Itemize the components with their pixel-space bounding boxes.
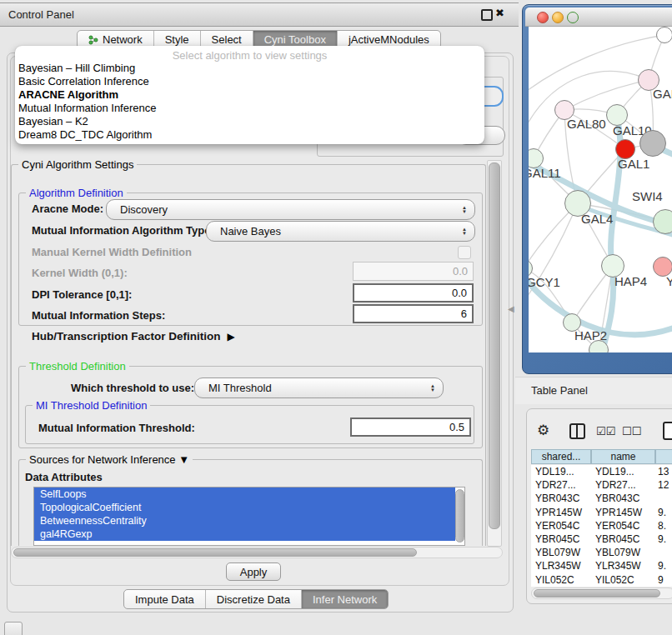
table-row[interactable]: YBR045CYBR045C9. [531,532,672,546]
bottom-tab-strip: Impute DataDiscretize DataInfer Network [123,589,389,609]
screen: Control Panel ✖ NetworkStyleSelectCyni T… [0,0,672,635]
mi-threshold-field[interactable]: 0.5 [350,418,471,437]
kernel-width-label: Kernel Width (0,1): [32,267,128,279]
algorithm-definition-title: Algorithm Definition [26,187,127,199]
network-node[interactable] [656,27,672,43]
network-node-swi4[interactable] [653,209,672,234]
float-window-icon[interactable] [481,9,493,21]
kernel-width-field[interactable]: 0.0 [353,262,474,281]
mi-algorithm-type-combobox[interactable]: Naive Bayes ▲▼ [206,221,475,242]
select-all-icon[interactable]: ☑☑ [596,425,615,438]
network-canvas[interactable]: GALGAL80GAL10GAL1GAL11SWI4GAL4GCY1HAP4YH… [529,27,672,352]
close-icon[interactable]: ✖ [495,7,504,19]
zoom-traffic-light[interactable] [567,12,579,23]
table-cell: 8. [655,520,672,532]
which-threshold-combobox[interactable]: MI Threshold ▲▼ [194,378,444,398]
attribute-item-gal4rgexp[interactable]: gal4RGexp [34,528,455,541]
table-cell: 9. [655,533,672,545]
network-icon [88,35,98,45]
mi-steps-field[interactable]: 6 [353,304,474,323]
apply-button[interactable]: Apply [226,562,281,581]
column-header-clipped[interactable] [655,449,672,464]
tab-label: Impute Data [135,593,194,606]
data-attributes-label: Data Attributes [25,471,103,483]
node-label: GAL [653,87,672,101]
table-row[interactable]: YBL079WYBL079W [531,546,672,559]
column-header-name[interactable]: name [591,449,655,464]
node-label: Y [666,274,672,288]
attributes-scrollbar-thumb[interactable] [455,489,464,542]
gear-icon[interactable]: ⚙ [537,422,549,439]
aracne-mode-combobox[interactable]: Discovery ▲▼ [106,199,475,220]
close-traffic-light[interactable] [537,12,549,23]
node-label: HAP4 [614,274,647,288]
attribute-item-selfloops[interactable]: SelfLoops [34,488,455,501]
minimize-traffic-light[interactable] [552,12,564,23]
table-row[interactable]: YDR27...YDR27...12 [531,478,672,492]
attribute-item-topologicalcoefficient[interactable]: TopologicalCoefficient [34,501,455,514]
table-cell: YBR043C [591,492,655,504]
table-cell: YBL079W [591,547,655,558]
manual-kernel-width-checkbox[interactable] [458,246,471,259]
table-cell: YPR145W [531,507,591,518]
network-window-titlebar[interactable] [525,8,672,27]
node-label: SWI4 [632,189,663,203]
which-threshold-value: MI Threshold [195,382,272,394]
table-row[interactable]: YLR345WYLR345W9. [531,559,672,572]
deselect-all-icon[interactable]: ☐☐ [622,425,641,438]
table-row[interactable]: YBR043CYBR043C [531,492,672,505]
mi-threshold-label: Mutual Information Threshold: [38,422,195,434]
algorithm-option-basic-correlation-inference[interactable]: Basic Correlation Inference [18,75,156,88]
table-cell: YIL052C [531,574,591,586]
column-header-shared[interactable]: shared... [531,449,591,464]
network-node[interactable] [639,130,666,157]
tab-discretize-data[interactable]: Discretize Data [206,590,302,608]
table-panel-title: Table Panel [531,384,588,397]
algorithm-option-bayesian-hill-climbing[interactable]: Bayesian – Hill Climbing [18,62,156,75]
data-attributes-list[interactable]: SelfLoopsTopologicalCoefficientBetweenne… [33,487,465,546]
spinner-arrows-icon: ▲▼ [462,206,467,214]
table-body: YDL19...YDL19...13YDR27...YDR27...12YBR0… [531,465,672,587]
algorithm-option-aracne-algorithm[interactable]: ARACNE Algorithm [18,88,156,102]
tab-infer-network[interactable]: Infer Network [302,590,388,608]
hub-definition-toggle[interactable]: Hub/Transcription Factor Definition▶ [32,330,235,342]
table-row[interactable]: YER054CYER054C8. [531,519,672,532]
manual-kernel-width-label: Manual Kernel Width Definition [32,246,192,258]
algorithm-option-bayesian-k2[interactable]: Bayesian – K2 [18,115,156,128]
column-layout-icon[interactable] [569,423,585,439]
table-cell: YIL052C [591,574,655,586]
tab-label: Select [212,33,242,46]
table-cell: YBR043C [531,492,591,504]
mi-algorithm-type-label: Mutual Information Algorithm Type: [32,224,214,237]
table-cell: YER054C [531,520,591,532]
table-horizontal-scrollbar[interactable] [531,588,672,599]
settings-vertical-scrollbar[interactable] [487,160,502,547]
sources-group-title[interactable]: Sources for Network Inference ▼ [26,453,193,466]
hub-definition-label: Hub/Transcription Factor Definition [32,330,221,342]
panel-splitter-handle[interactable]: ◀ [508,304,514,313]
algorithm-popup-list: Bayesian – Hill ClimbingBasic Correlatio… [18,62,156,142]
table-hscroll-thumb[interactable] [534,589,660,598]
algorithm-option-dream8-dc-tdc-algorithm[interactable]: Dream8 DC_TDC Algorithm [18,128,156,142]
table-cell: 9. [655,507,672,518]
table-row[interactable]: YPR145WYPR145W9. [531,506,672,519]
settings-hscroll-thumb[interactable] [13,548,417,557]
algorithm-option-mutual-information-inference[interactable]: Mutual Information Inference [18,102,156,115]
settings-horizontal-scrollbar[interactable] [11,547,503,558]
table-cell: YDL19... [531,466,591,478]
settings-vscroll-thumb[interactable] [489,162,500,529]
dpi-tolerance-field[interactable]: 0.0 [353,283,474,302]
table-cell: YDL19... [591,466,655,478]
tab-impute-data[interactable]: Impute Data [124,590,206,608]
table-cell: YBL079W [531,547,591,558]
collapsed-arrow-icon: ▶ [228,331,235,342]
table-row[interactable]: YIL052CYIL052C9 [531,573,672,587]
attribute-item-betweennesscentrality[interactable]: BetweennessCentrality [34,514,455,528]
mi-algorithm-type-value: Naive Bayes [207,225,281,238]
table-row[interactable]: YDL19...YDL19...13 [531,465,672,478]
table-icon[interactable] [663,422,672,440]
collapsed-panel-icon[interactable] [4,622,23,635]
table-cell: YBR045C [531,533,591,545]
control-panel-title: Control Panel [8,8,74,21]
tab-label: Infer Network [313,593,377,606]
